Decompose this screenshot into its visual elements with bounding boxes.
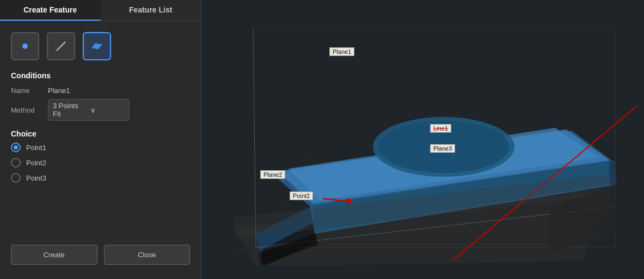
radio-outer-point2 — [11, 158, 21, 168]
svg-point-0 — [22, 44, 28, 49]
action-buttons: Create Close — [11, 245, 190, 270]
radio-outer-point1 — [11, 142, 21, 152]
choice-title: Choice — [11, 129, 190, 138]
choice-options: Point1 Point2 Point3 — [11, 142, 190, 183]
panel-body: Conditions Name Plane1 Method 3 Points F… — [0, 21, 201, 279]
feature-type-buttons — [11, 30, 190, 63]
plane-icon — [90, 40, 103, 53]
radio-label-point1: Point1 — [26, 144, 46, 152]
close-button[interactable]: Close — [104, 245, 191, 265]
point-icon — [19, 40, 32, 53]
conditions-title: Conditions — [11, 71, 190, 80]
name-label: Name — [11, 86, 42, 95]
tab-feature-list[interactable]: Feature List — [101, 0, 201, 21]
radio-point2[interactable]: Point2 — [11, 158, 190, 168]
radio-inner-point1 — [14, 145, 18, 150]
chevron-down-icon: ∨ — [90, 106, 125, 114]
point-type-button[interactable] — [11, 32, 39, 60]
name-row: Name Plane1 — [11, 86, 190, 95]
method-value: 3 Points Fit — [53, 102, 87, 118]
create-button[interactable]: Create — [11, 245, 97, 265]
radio-label-point3: Point3 — [26, 174, 46, 182]
3d-viewport: Plane1 Line1 Plane3 Plane2 Point2 — [201, 0, 644, 279]
line-type-button[interactable] — [47, 32, 75, 60]
name-value: Plane1 — [48, 86, 70, 95]
point2-arrow — [320, 190, 353, 207]
svg-point-16 — [378, 121, 509, 173]
radio-outer-point3 — [11, 173, 21, 183]
left-panel: Create Feature Feature List — [0, 0, 201, 279]
svg-marker-2 — [92, 44, 102, 49]
radio-label-point2: Point2 — [26, 159, 46, 167]
choice-section: Choice Point1 Point2 Point3 — [11, 129, 190, 183]
radio-point3[interactable]: Point3 — [11, 173, 190, 183]
method-label: Method — [11, 106, 42, 114]
line-icon — [54, 40, 68, 53]
method-dropdown[interactable]: 3 Points Fit ∨ — [48, 99, 130, 121]
svg-line-31 — [323, 199, 347, 201]
plane-type-button[interactable] — [83, 32, 111, 60]
method-row: Method 3 Points Fit ∨ — [11, 99, 190, 121]
radio-point1[interactable]: Point1 — [11, 142, 190, 152]
tab-bar: Create Feature Feature List — [0, 0, 201, 21]
tab-create-feature[interactable]: Create Feature — [0, 0, 101, 21]
conditions-section: Conditions Name Plane1 Method 3 Points F… — [11, 71, 190, 121]
svg-marker-32 — [347, 197, 353, 205]
scene-svg — [201, 0, 644, 279]
svg-line-1 — [57, 42, 65, 51]
